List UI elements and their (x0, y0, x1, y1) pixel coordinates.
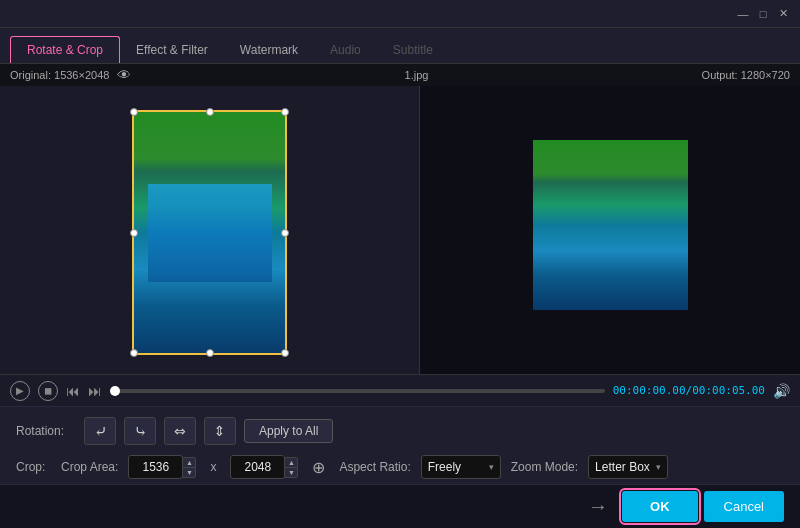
tab-watermark[interactable]: Watermark (224, 37, 314, 63)
flip-h-icon: ⇔ (174, 423, 186, 439)
minimize-button[interactable]: — (734, 5, 752, 23)
stop-button[interactable]: ◼ (38, 381, 58, 401)
info-bar: Original: 1536×2048 👁 1.jpg Output: 1280… (0, 64, 800, 86)
width-spin-down[interactable]: ▼ (182, 467, 196, 478)
height-spinner: ▲ ▼ (284, 457, 298, 478)
title-bar: — □ ✕ (0, 0, 800, 28)
close-button[interactable]: ✕ (774, 5, 792, 23)
left-preview-panel (0, 86, 420, 374)
ok-button[interactable]: OK (622, 491, 698, 522)
aspect-ratio-dropdown[interactable]: Freely ▾ (421, 455, 501, 479)
progress-dot (110, 386, 120, 396)
pool-scene-render (132, 110, 287, 355)
aspect-ratio-label: Aspect Ratio: (339, 460, 410, 474)
aspect-ratio-chevron-icon: ▾ (489, 462, 494, 472)
cancel-button[interactable]: Cancel (704, 491, 784, 522)
rotation-row: Rotation: ⤶ ⤷ ⇔ ⇔ Apply to All (16, 417, 784, 445)
zoom-mode-chevron-icon: ▾ (656, 462, 661, 472)
output-preview (533, 135, 688, 325)
rotate-right-button[interactable]: ⤷ (124, 417, 156, 445)
rotate-right-icon: ⤷ (134, 422, 147, 441)
stop-icon: ◼ (44, 385, 52, 396)
zoom-mode-value: Letter Box (595, 460, 650, 474)
flip-horizontal-button[interactable]: ⇔ (164, 417, 196, 445)
play-icon: ▶ (16, 385, 24, 396)
apply-to-all-button[interactable]: Apply to All (244, 419, 333, 443)
rotation-label: Rotation: (16, 424, 76, 438)
height-spin-down[interactable]: ▼ (284, 467, 298, 478)
crop-container[interactable] (132, 110, 287, 355)
tab-subtitle: Subtitle (377, 37, 449, 63)
width-spin-up[interactable]: ▲ (182, 457, 196, 468)
right-preview-panel (420, 86, 800, 374)
crop-row: Crop: Crop Area: ▲ ▼ x ▲ ▼ ⊕ Aspect Rati… (16, 455, 784, 479)
tab-effect-filter[interactable]: Effect & Filter (120, 37, 224, 63)
preview-panels (0, 64, 800, 374)
output-image (533, 140, 688, 310)
playback-bar: ▶ ◼ ⏮ ⏭ 00:00:00.00/00:00:05.00 🔊 (0, 374, 800, 406)
x-separator: x (210, 460, 216, 474)
progress-bar[interactable] (110, 389, 605, 393)
play-button[interactable]: ▶ (10, 381, 30, 401)
crosshair-icon[interactable]: ⊕ (312, 458, 325, 477)
flip-v-icon: ⇔ (212, 425, 228, 437)
bottom-bar: → OK Cancel (0, 484, 800, 528)
rotate-left-icon: ⤶ (94, 422, 107, 441)
zoom-mode-label: Zoom Mode: (511, 460, 578, 474)
tab-rotate-crop[interactable]: Rotate & Crop (10, 36, 120, 63)
width-spinner: ▲ ▼ (182, 457, 196, 478)
next-button[interactable]: ⏭ (88, 384, 102, 398)
arrow-right-icon: → (588, 495, 608, 518)
volume-icon[interactable]: 🔊 (773, 383, 790, 399)
eye-icon[interactable]: 👁 (117, 67, 131, 83)
crop-width-input[interactable] (128, 455, 183, 479)
prev-button[interactable]: ⏮ (66, 384, 80, 398)
output-dimensions: Output: 1280×720 (702, 69, 790, 81)
flip-vertical-button[interactable]: ⇔ (204, 417, 236, 445)
tabs-bar: Rotate & Crop Effect & Filter Watermark … (0, 28, 800, 64)
zoom-mode-dropdown[interactable]: Letter Box ▾ (588, 455, 668, 479)
original-dimensions: Original: 1536×2048 (10, 69, 109, 81)
aspect-ratio-value: Freely (428, 460, 461, 474)
height-spin-up[interactable]: ▲ (284, 457, 298, 468)
filename-label: 1.jpg (405, 69, 429, 81)
maximize-button[interactable]: □ (754, 5, 772, 23)
source-image (132, 110, 287, 355)
preview-area: Original: 1536×2048 👁 1.jpg Output: 1280… (0, 64, 800, 374)
crop-height-input[interactable] (230, 455, 285, 479)
crop-label: Crop: (16, 460, 51, 474)
tab-audio: Audio (314, 37, 377, 63)
rotate-left-button[interactable]: ⤶ (84, 417, 116, 445)
crop-area-label: Crop Area: (61, 460, 118, 474)
time-display: 00:00:00.00/00:00:05.00 (613, 384, 765, 397)
